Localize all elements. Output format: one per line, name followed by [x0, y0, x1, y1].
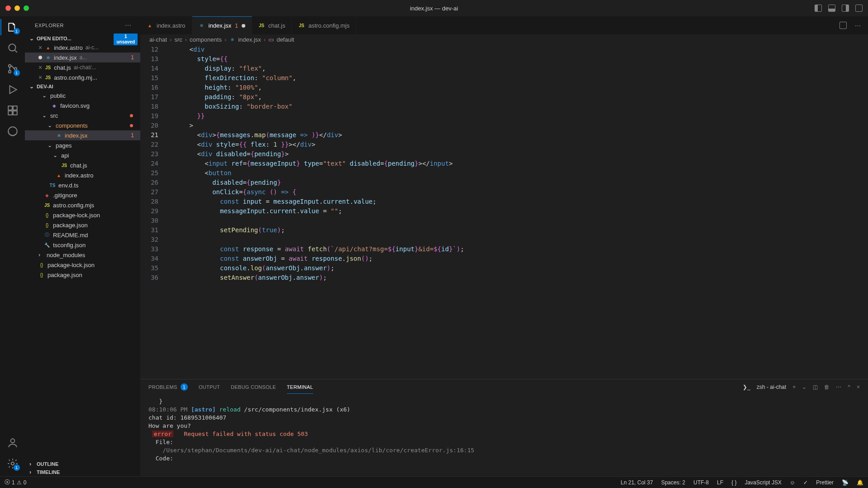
scm-badge: 1 — [14, 70, 20, 76]
terminal-dropdown-icon[interactable]: ⌄ — [802, 384, 806, 390]
accounts-icon[interactable] — [6, 436, 19, 449]
outline-section[interactable]: ›OUTLINE — [25, 460, 140, 468]
svg-rect-7 — [13, 111, 17, 115]
terminal-shell-icon[interactable]: ❯_ — [743, 384, 750, 390]
tsconfig-file-icon: 🔧 — [44, 242, 50, 248]
tab-index-jsx[interactable]: ⚛ index.jsx 1 — [192, 16, 252, 34]
extensions-icon[interactable] — [6, 104, 19, 117]
editor-more-icon[interactable]: ⋯ — [855, 22, 862, 29]
breadcrumb-item[interactable]: components — [190, 36, 222, 43]
file-label: package-lock.json — [48, 262, 95, 268]
project-section[interactable]: ⌄ DEV-AI — [25, 82, 140, 91]
svg-point-9 — [10, 439, 14, 443]
toggle-secondary-sidebar-icon[interactable] — [842, 5, 849, 12]
toggle-primary-sidebar-icon[interactable] — [815, 5, 822, 12]
titlebar: index.jsx — dev-ai — [0, 0, 868, 16]
open-editor-chatjs[interactable]: × JS chat.js ai-chat/... — [25, 62, 140, 72]
close-icon[interactable]: × — [38, 44, 42, 51]
explorer-icon[interactable]: 1 — [6, 21, 19, 33]
tree-readme[interactable]: ⓘREADME.md — [25, 230, 140, 240]
tree-public[interactable]: ⌄public — [25, 91, 140, 100]
close-panel-icon[interactable]: × — [857, 384, 860, 390]
json-file-icon: {} — [44, 212, 50, 218]
breadcrumb-item[interactable]: default — [277, 36, 294, 43]
settings-gear-icon[interactable]: 1 — [6, 457, 19, 470]
timeline-section[interactable]: ›TIMELINE — [25, 468, 140, 476]
folder-label: node_modules — [47, 252, 85, 258]
kill-terminal-icon[interactable]: 🗑 — [824, 384, 830, 390]
tree-index-jsx[interactable]: ⚛index.jsx1 — [25, 130, 140, 140]
panel-tab-terminal[interactable]: TERMINAL — [287, 381, 313, 394]
code-content[interactable]: <div style={{ display: "flex", flexDirec… — [167, 45, 868, 379]
astro-file-icon: ▲ — [45, 44, 51, 51]
tree-components[interactable]: ⌄components — [25, 120, 140, 130]
settings-badge: 1 — [14, 464, 20, 471]
tab-chat-js[interactable]: JS chat.js — [252, 16, 292, 34]
file-label: env.d.ts — [58, 182, 79, 189]
tree-pkglock2[interactable]: {}package-lock.json — [25, 260, 140, 270]
titlebar-layout-controls — [815, 5, 863, 12]
maximize-window-button[interactable] — [24, 5, 29, 11]
tree-nm2[interactable]: ›node_modules — [25, 250, 140, 260]
status-indent[interactable]: Spaces: 2 — [661, 479, 685, 486]
breadcrumb-item[interactable]: index.jsx — [238, 36, 261, 43]
terminal-more-icon[interactable]: ⋯ — [836, 384, 841, 390]
terminal-shell-label[interactable]: zsh - ai-chat — [757, 384, 786, 390]
breadcrumb-item[interactable]: ai-chat — [149, 36, 167, 43]
info-file-icon: ⓘ — [44, 232, 50, 238]
status-bell-icon[interactable]: 🔔 — [857, 479, 863, 486]
tree-gitignore[interactable]: ◈.gitignore — [25, 190, 140, 200]
edge-tools-icon[interactable] — [6, 125, 19, 138]
tab-astro-config[interactable]: JS astro.config.mjs — [292, 16, 356, 34]
status-cursor-position[interactable]: Ln 21, Col 37 — [621, 479, 653, 486]
tree-pkg2[interactable]: {}package.json — [25, 270, 140, 280]
panel-tab-problems[interactable]: PROBLEMS 1 — [148, 380, 188, 394]
status-encoding[interactable]: UTF-8 — [693, 479, 709, 486]
tree-pages[interactable]: ⌄pages — [25, 140, 140, 150]
close-icon[interactable]: × — [38, 74, 42, 81]
split-editor-icon[interactable] — [839, 22, 847, 29]
tree-chat-js[interactable]: JSchat.js — [25, 160, 140, 170]
close-window-button[interactable] — [5, 5, 11, 11]
breadcrumb[interactable]: ai-chat› src› components› ⚛ index.jsx› ▭… — [140, 34, 868, 45]
maximize-panel-icon[interactable]: ^ — [848, 384, 850, 390]
terminal-output[interactable]: } 08:10:06 PM [astro] reload /src/compon… — [140, 395, 868, 476]
tree-api[interactable]: ⌄api — [25, 150, 140, 160]
split-terminal-icon[interactable]: ◫ — [813, 384, 818, 390]
tree-src[interactable]: ⌄src — [25, 110, 140, 120]
open-editors-section[interactable]: ⌄ OPEN EDITO... 1 unsaved — [25, 34, 140, 43]
tree-tsconfig[interactable]: 🔧tsconfig.json — [25, 240, 140, 250]
project-label: DEV-AI — [37, 84, 53, 89]
open-editor-config[interactable]: × JS astro.config.mj... — [25, 72, 140, 82]
breadcrumb-item[interactable]: src — [174, 36, 182, 43]
panel-tab-debug[interactable]: DEBUG CONSOLE — [231, 381, 276, 393]
file-label: astro.config.mjs — [53, 202, 94, 209]
status-prettier[interactable]: Prettier — [816, 479, 834, 486]
tree-favicon[interactable]: ◆favicon.svg — [25, 100, 140, 110]
tab-index-astro[interactable]: ▲ index.astro — [140, 16, 192, 34]
toggle-panel-icon[interactable] — [828, 5, 835, 12]
panel-tab-output[interactable]: OUTPUT — [199, 381, 220, 393]
status-broadcast-icon[interactable]: 📡 — [842, 479, 849, 486]
status-eol[interactable]: LF — [717, 479, 723, 486]
code-editor[interactable]: 1213141516171819202122232425262728293031… — [140, 45, 868, 379]
tree-pkglock[interactable]: {}package-lock.json — [25, 210, 140, 220]
file-path-tail: ai-chat/... — [74, 64, 96, 71]
new-terminal-icon[interactable]: + — [792, 384, 796, 390]
status-language[interactable]: JavaScript JSX — [745, 479, 782, 486]
tree-index-astro[interactable]: ▲index.astro — [25, 170, 140, 180]
run-debug-icon[interactable] — [6, 83, 19, 96]
source-control-icon[interactable]: 1 — [6, 62, 19, 75]
explorer-more-icon[interactable]: ⋯ — [125, 22, 132, 29]
customize-layout-icon[interactable] — [855, 5, 863, 12]
search-icon[interactable] — [6, 42, 19, 54]
status-copilot-icon[interactable]: ☺ — [790, 479, 795, 486]
tree-astro-config[interactable]: JSastro.config.mjs — [25, 200, 140, 210]
tree-pkg[interactable]: {}package.json — [25, 220, 140, 230]
status-problems[interactable]: ⓧ1 ⚠0 — [5, 478, 26, 486]
tree-env-dts[interactable]: TSenv.d.ts — [25, 180, 140, 190]
activity-bar: 1 1 1 — [0, 16, 25, 476]
close-icon[interactable]: × — [38, 64, 42, 71]
open-editor-jsx[interactable]: ⚛ index.jsx a... 1 — [25, 53, 140, 62]
minimize-window-button[interactable] — [14, 5, 20, 11]
